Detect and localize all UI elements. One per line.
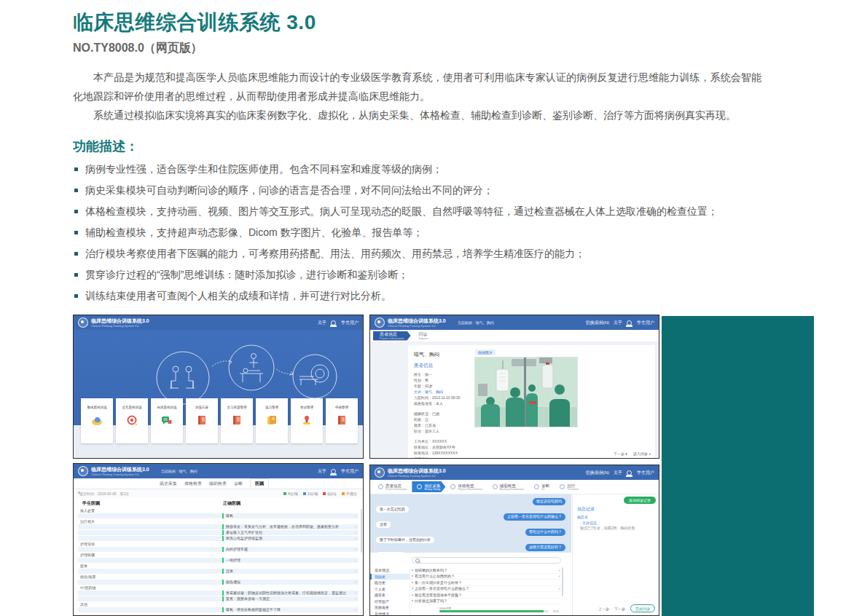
result-tab[interactable]: 辅助检查 <box>209 481 227 487</box>
breadcrumb-step[interactable]: 问诊 Inquest <box>412 331 435 341</box>
result-tab[interactable]: 医嘱 <box>250 478 269 489</box>
module-card[interactable]: 练习管理 <box>256 398 288 443</box>
next-step-link[interactable]: 下一步 ▾ <box>614 451 627 456</box>
bullet-dot <box>412 569 413 571</box>
switch-case-button[interactable]: 切换病例(N) <box>586 470 609 476</box>
order-row[interactable]: 病危通知 › <box>78 580 359 585</box>
intro-paragraph-2: 系统通过模拟临床实境将真实的临床案例数字化、虚拟化，从病史采集、体格检查、辅助检… <box>73 106 761 125</box>
tab-case-photos[interactable]: 病例图片 <box>475 350 496 355</box>
wizard-step[interactable]: 辅助检查Auxiliary Examination <box>487 481 529 492</box>
username[interactable]: 学生用户 <box>341 320 359 326</box>
order-row[interactable]: 流食 › <box>78 569 359 574</box>
history-category[interactable]: 基本情况 <box>370 567 410 574</box>
module-card[interactable]: 考试管理 <box>291 398 323 443</box>
module-card[interactable]: 临床思维训练 <box>151 398 183 443</box>
order-row[interactable]: 一级护理 › <box>78 558 359 563</box>
module-card[interactable]: 学习资源管理 <box>221 398 253 443</box>
expand-icon[interactable]: › <box>355 536 356 541</box>
patient-field: 联系地址：光明新村XX号 <box>414 444 475 450</box>
username[interactable]: 学生用户 <box>637 320 654 326</box>
expand-icon[interactable]: › <box>355 569 356 574</box>
module-card[interactable]: 训练记录 <box>186 398 218 443</box>
order-row[interactable]: 吸氧 › <box>78 513 359 518</box>
question-item[interactable]: 这个症状出现的时候有什么诱因吗？ <box>412 604 561 605</box>
question-item[interactable]: 有没有什么让你困扰的？ ✓ <box>412 574 561 580</box>
question-item[interactable]: 之前有一直在坚持吃什么药物么？ ✓ <box>412 586 561 593</box>
orders-table: 病人处置 病人处置 › 吸氧 吸氧 › 治疗相关 治疗相关 › 静脉采血：采集血… <box>74 509 363 612</box>
scrollbar[interactable] <box>562 567 563 596</box>
wizard-step[interactable]: 诊断Dx <box>529 481 555 492</box>
order-row[interactable]: 雾化吸入支气管扩张剂 › <box>78 530 359 535</box>
breadcrumb-step[interactable]: 患者信息 Patient Information <box>373 331 411 341</box>
patient-field: 户籍地址： <box>414 456 475 459</box>
order-row[interactable]: 床旁心电监护持续监测 › <box>78 536 359 541</box>
enter-inquiry-link[interactable]: 进入问诊 » <box>633 451 651 456</box>
scrollbar[interactable] <box>361 509 362 553</box>
score-legend: 4分/项 1分/项 扣1分 不得分 <box>283 491 357 496</box>
record-panel: 添加拟诊记录 信息记录 病历夹 ・主诉信息 喘息已7年余，加重2周，胸闷待查 <box>572 494 659 615</box>
history-category[interactable]: 个人史 <box>370 586 410 593</box>
add-diagnosis-button[interactable]: 添加拟诊记录 <box>624 497 656 504</box>
chat-icon <box>161 414 173 426</box>
expand-icon[interactable]: › <box>355 591 356 596</box>
question-item[interactable]: 第一次出现症状是什么时候？ <box>412 580 561 586</box>
about-link[interactable]: 关于 <box>318 320 326 326</box>
module-card[interactable]: 整体思维训练 <box>81 398 113 443</box>
patient-field: 性别：男 <box>414 377 475 383</box>
history-category[interactable]: 其他情况 <box>370 611 410 616</box>
expand-icon[interactable]: › <box>355 558 356 563</box>
submit-meta: 提交时间：2019-05-08 第2次 <box>79 491 129 496</box>
wizard-step[interactable]: 治疗Treatment <box>555 481 584 492</box>
order-row[interactable]: 吸氧：维持血氧饱和度稳定不下降 › <box>78 607 359 612</box>
order-row[interactable]: 内科护理常规 › <box>78 547 359 552</box>
order-row[interactable]: 青霉素试敏：药物皮试阴性后静脉滴注青霉素，疗程视病情而定，需监测过敏反应。 › <box>78 591 359 596</box>
module-card[interactable]: 病例管理 <box>326 398 358 443</box>
expand-icon[interactable]: › <box>355 530 356 535</box>
user-icon <box>627 470 632 475</box>
history-category[interactable]: 既往史 <box>370 580 410 586</box>
question-item[interactable]: 最近有没有觉得身体不舒服？ <box>412 592 561 599</box>
expand-icon[interactable]: › <box>355 513 356 518</box>
about-link[interactable]: 关于 <box>614 470 622 476</box>
step-icon <box>534 484 539 489</box>
result-tab[interactable]: 诊断 <box>234 481 243 487</box>
module-card[interactable]: 交互思维训练 <box>116 398 148 443</box>
question-search[interactable] <box>412 557 561 564</box>
brain-icon <box>91 414 103 426</box>
username[interactable]: 学生用户 <box>637 470 654 476</box>
expand-icon[interactable]: › <box>355 580 356 585</box>
expand-icon[interactable]: › <box>355 524 356 529</box>
search-input[interactable] <box>422 558 557 563</box>
expand-icon[interactable]: › <box>355 607 356 612</box>
chat-bubble: 第一次忘记吃药 <box>376 506 409 513</box>
patient-field: 婚姻状况：已婚 <box>414 411 475 416</box>
page-title: 临床思维综合训练系统 3.0 <box>73 9 761 36</box>
wizard-steps: 患者信息Patient Information 病史采集History Taki… <box>370 480 659 494</box>
result-tab[interactable]: 体格检查 <box>184 481 202 487</box>
history-category[interactable]: 家族病史 <box>370 604 410 611</box>
progress-fill <box>439 610 544 612</box>
feature-item: 病史采集模块可自动判断问诊的顺序，问诊的语言是否合理，对不同问法给出不同的评分； <box>73 185 761 196</box>
wizard-step[interactable]: 病史采集History Taking <box>412 481 445 492</box>
result-tab[interactable]: 病史采集 <box>160 481 177 487</box>
switch-case-button[interactable]: 切换病例(N) <box>586 320 609 326</box>
question-item[interactable]: 症状最近加重了吗？ <box>412 599 561 605</box>
history-category[interactable]: 经带胎产 <box>370 599 410 605</box>
about-link[interactable]: 关于 <box>318 468 326 475</box>
expand-icon[interactable]: › <box>355 596 356 601</box>
order-row[interactable]: 复查：观察体温每一天测定。 › <box>78 596 359 601</box>
back-icon[interactable]: ‹ <box>78 490 80 496</box>
wizard-step[interactable]: 患者信息Patient Information <box>373 481 412 492</box>
chat-bubble: 没有 <box>376 521 391 529</box>
question-item[interactable]: 你咳嗽的次数多吗？ ✓ <box>412 567 561 574</box>
record-heading: 信息记录 <box>577 506 595 513</box>
expand-icon[interactable]: › <box>355 547 356 552</box>
history-category[interactable]: 现病史 <box>370 574 410 580</box>
username[interactable]: 学生用户 <box>341 468 359 475</box>
about-link[interactable]: 关于 <box>614 320 622 326</box>
patient-field: 民族：汉 <box>414 416 475 422</box>
history-category[interactable]: 婚育史 <box>370 592 410 599</box>
order-row[interactable]: 静脉采血：采集血气分析、血常规检验，血培养和药敏、激素检查分析 › <box>78 524 359 529</box>
order-category: 病人处置 <box>80 509 359 513</box>
wizard-step[interactable]: 体格检查Physical Examination <box>445 481 487 492</box>
